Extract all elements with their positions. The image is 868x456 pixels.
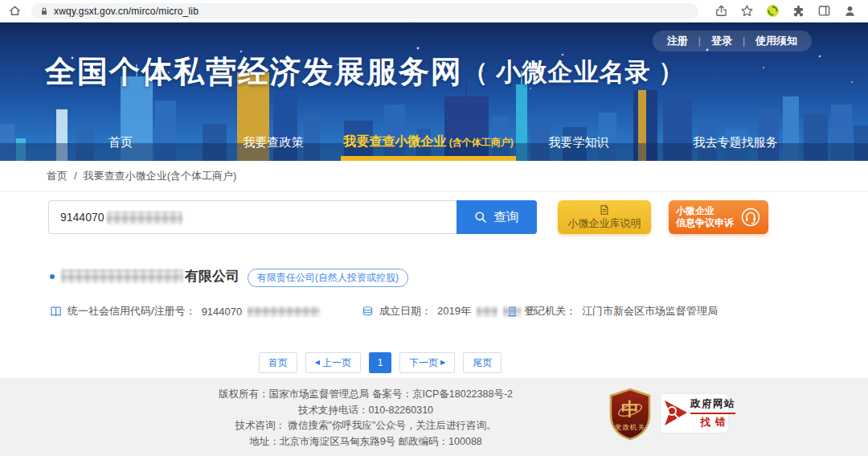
website-error-report-badge[interactable]: 政府网站 找错: [661, 394, 728, 433]
link-divider: |: [698, 35, 701, 47]
main-navigation: 首页 我要查政策 我要查查小微企业 (含个体工商户) 我要学知识 我去专题找服务: [0, 122, 868, 161]
redacted-date-month: [477, 306, 497, 317]
register-link[interactable]: 注册: [667, 34, 688, 48]
link-divider: |: [743, 35, 745, 47]
footer-consult-info: 技术咨询： 微信搜索"你呼我应"公众号，关注后进行咨询。: [165, 418, 567, 434]
search-section: 查询 小微企业库说明 小微企业 信息争议申诉: [48, 200, 820, 234]
established-label: 成立日期：: [379, 304, 432, 318]
credit-code-field: 统一社会信用代码/注册号：9144070: [50, 304, 320, 318]
established-visible: 2019年: [437, 304, 471, 318]
breadcrumb-separator: /: [74, 170, 77, 182]
url-text: xwqy.gsxt.gov.cn/mirco/micro_lib: [54, 6, 199, 17]
tab-home[interactable]: 首页: [108, 135, 133, 150]
login-link[interactable]: 登录: [711, 34, 732, 48]
search-icon: [474, 211, 487, 224]
page-footer: 版权所有：国家市场监督管理总局 备案号：京ICP备18022388号-2 技术支…: [0, 378, 868, 456]
next-arrow-icon: ▶: [440, 359, 445, 366]
prev-arrow-icon: ◀: [315, 359, 320, 366]
search-box: [48, 200, 457, 234]
government-shield-badge[interactable]: 中 党政机关: [608, 388, 653, 444]
library-button-label: 小微企业库说明: [568, 216, 641, 231]
redacted-search-text: [107, 212, 182, 224]
browser-toolbar: xwqy.gsxt.gov.cn/mirco/micro_lib: [0, 0, 868, 23]
dispute-button-label: 小微企业 信息争议申诉: [676, 205, 734, 229]
active-tab-underline: [341, 156, 516, 161]
profile-avatar-icon[interactable]: [843, 4, 857, 18]
prev-label: 上一页: [322, 356, 351, 370]
lock-icon: [39, 6, 49, 17]
breadcrumb: 首页 / 我要查查小微企业(含个体工商户): [0, 161, 868, 191]
extension-badge-icon[interactable]: [766, 4, 780, 18]
browser-actions: [714, 4, 860, 18]
company-details-row: 统一社会信用代码/注册号：9144070 成立日期：2019年 日 登记机关：江…: [48, 304, 820, 320]
footer-support-phone: 技术支持电话：010-82260310: [165, 403, 567, 419]
page-last-button[interactable]: 尾页: [463, 352, 502, 373]
certificate-doc-icon: [599, 204, 610, 216]
site-title-main: 全国个体私营经济发展服务网: [45, 55, 463, 88]
pagination: 首页 ◀上一页 1 下一页▶ 尾页: [0, 352, 868, 373]
site-title: 全国个体私营经济发展服务网（ 小微企业名录 ）: [45, 51, 684, 92]
company-type-badge: 有限责任公司(自然人投资或控股): [248, 269, 408, 287]
pager-group: 首页 ◀上一页 1 下一页▶ 尾页: [259, 352, 502, 373]
tab-suffix: (含个体工商户): [446, 137, 513, 148]
tab-learn-knowledge[interactable]: 我要学知识: [549, 135, 609, 150]
tab-micro-enterprise-search[interactable]: 我要查查小微企业 (含个体工商户): [343, 134, 513, 150]
info-dispute-button[interactable]: 小微企业 信息争议申诉: [669, 200, 768, 234]
breadcrumb-home[interactable]: 首页: [47, 169, 68, 183]
tab-topic-services[interactable]: 我去专题找服务: [694, 135, 778, 150]
site-badge-title: 政府网站: [690, 397, 735, 414]
hero-banner: 注册 | 登录 | 使用须知 全国个体私营经济发展服务网（ 小微企业名录 ） 首…: [0, 23, 868, 161]
usage-notice-link[interactable]: 使用须知: [755, 34, 797, 48]
credit-code-visible: 9144070: [202, 306, 243, 318]
share-icon[interactable]: [714, 4, 728, 18]
dispute-line1: 小微企业: [676, 205, 714, 216]
dispute-line2: 信息争议申诉: [676, 217, 734, 228]
page-prev-button[interactable]: ◀上一页: [305, 352, 361, 373]
footer-copyright: 版权所有：国家市场监督管理总局 备案号：京ICP备18022388号-2: [165, 387, 567, 403]
flag-magnifier-icon: [664, 397, 688, 429]
site-badge-texts: 政府网站 找错: [690, 397, 735, 429]
bullet-dot: [50, 274, 55, 279]
book-icon: [50, 306, 62, 318]
next-label: 下一页: [409, 356, 438, 370]
company-name-suffix[interactable]: 有限公司: [185, 267, 240, 286]
home-icon[interactable]: [8, 4, 22, 18]
breadcrumb-current: 我要查查小微企业(含个体工商户): [84, 169, 237, 183]
page-first-button[interactable]: 首页: [259, 352, 297, 373]
redacted-credit-code: [248, 306, 320, 317]
library-description-button[interactable]: 小微企业库说明: [558, 200, 651, 234]
shield-label: 党政机关: [615, 423, 645, 431]
company-line: 有限公司 有限责任公司(自然人投资或控股): [48, 266, 820, 287]
building-icon: [506, 306, 518, 318]
extensions-puzzle-icon[interactable]: [792, 4, 805, 18]
coins-icon: [362, 306, 374, 318]
tab-policy-search[interactable]: 我要查政策: [244, 135, 304, 150]
site-title-subtitle: （ 小微企业名录 ）: [463, 58, 684, 86]
registry-label: 登记机关：: [524, 304, 576, 318]
credit-code-label: 统一社会信用代码/注册号：: [68, 304, 196, 318]
tab-label: 我要查查小微企业: [343, 134, 446, 148]
footer-text-block: 版权所有：国家市场监督管理总局 备案号：京ICP备18022388号-2 技术支…: [165, 387, 567, 450]
side-panel-icon[interactable]: [817, 4, 831, 18]
registry-value: 江门市新会区市场监督管理局: [582, 304, 718, 318]
registry-authority-field: 登记机关：江门市新会区市场监督管理局: [506, 304, 718, 318]
page-number-current[interactable]: 1: [369, 352, 391, 373]
search-result-item[interactable]: 有限公司 有限责任公司(自然人投资或控股) 统一社会信用代码/注册号：91440…: [48, 266, 820, 320]
page-next-button[interactable]: 下一页▶: [399, 352, 455, 373]
redacted-company-name: [61, 269, 183, 283]
site-badge-subtitle: 找错: [690, 416, 735, 429]
account-links: 注册 | 登录 | 使用须知: [653, 31, 812, 51]
bookmark-star-icon[interactable]: [740, 4, 754, 18]
footer-address: 地址：北京市海淀区马甸东路9号 邮政编码：100088: [165, 434, 567, 450]
address-bar[interactable]: xwqy.gsxt.gov.cn/mirco/micro_lib: [31, 3, 698, 19]
headset-icon: [740, 207, 761, 228]
screen: xwqy.gsxt.gov.cn/mirco/micro_lib: [0, 0, 868, 456]
query-button[interactable]: 查询: [457, 200, 537, 234]
query-button-label: 查询: [493, 209, 519, 226]
